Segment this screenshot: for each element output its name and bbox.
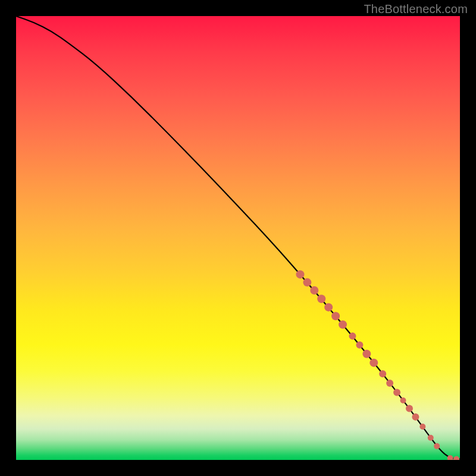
plot-area bbox=[16, 16, 460, 460]
chart-stage: TheBottleneck.com bbox=[0, 0, 476, 476]
data-point bbox=[303, 278, 311, 287]
chart-overlay bbox=[16, 16, 460, 460]
data-point bbox=[400, 397, 406, 403]
data-point bbox=[317, 295, 325, 303]
data-point bbox=[406, 405, 413, 412]
data-point bbox=[386, 380, 393, 387]
data-point bbox=[453, 456, 459, 460]
data-point bbox=[379, 370, 386, 377]
data-point bbox=[393, 389, 400, 396]
data-point bbox=[296, 270, 304, 278]
data-point bbox=[356, 342, 363, 349]
data-point bbox=[428, 435, 434, 441]
data-point bbox=[324, 303, 333, 311]
data-point bbox=[362, 350, 371, 358]
attribution-text: TheBottleneck.com bbox=[364, 2, 468, 16]
data-point bbox=[331, 312, 340, 320]
data-point bbox=[349, 333, 356, 340]
data-point bbox=[434, 443, 440, 449]
data-point bbox=[310, 286, 318, 295]
data-point bbox=[369, 359, 378, 367]
data-point bbox=[419, 424, 425, 430]
data-point bbox=[339, 320, 347, 328]
highlighted-points bbox=[296, 270, 459, 460]
data-point bbox=[412, 414, 419, 421]
